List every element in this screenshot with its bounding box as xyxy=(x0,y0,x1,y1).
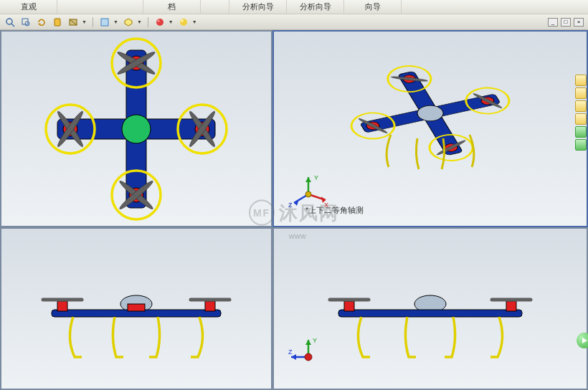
ribbon-item-4[interactable]: 分析向导 xyxy=(287,0,344,14)
ribbon-tabs: 直观 档 分析向导 分析向导 向导 xyxy=(0,0,588,14)
appearance-icon[interactable] xyxy=(154,16,166,28)
chevron-down-icon[interactable]: ▼ xyxy=(82,19,87,24)
svg-rect-65 xyxy=(344,301,354,311)
pan-icon[interactable] xyxy=(52,16,63,28)
viewport-top[interactable] xyxy=(0,30,272,227)
ribbon-item-1[interactable]: 档 xyxy=(143,0,201,14)
chevron-down-icon[interactable]: ▼ xyxy=(192,19,197,24)
svg-rect-60 xyxy=(128,304,145,311)
svg-point-0 xyxy=(6,19,12,24)
ribbon-item-2[interactable] xyxy=(201,0,229,14)
play-icon[interactable] xyxy=(577,333,588,348)
section-icon[interactable] xyxy=(67,16,79,28)
svg-point-11 xyxy=(181,19,184,22)
chevron-down-icon[interactable]: ▼ xyxy=(169,19,174,24)
svg-text:Y: Y xyxy=(314,174,318,181)
svg-marker-70 xyxy=(305,340,311,345)
svg-rect-58 xyxy=(57,301,67,311)
side-button[interactable] xyxy=(575,113,587,125)
svg-point-52 xyxy=(305,191,311,197)
svg-point-8 xyxy=(156,19,163,26)
drone-model-side xyxy=(323,281,538,374)
chevron-down-icon[interactable]: ▼ xyxy=(113,19,118,24)
axis-triad-icon: Y Z xyxy=(287,336,330,379)
scene-icon[interactable] xyxy=(178,16,189,28)
watermark-sub: www xyxy=(289,232,306,240)
viewport-area: Y X Z *上下二等角轴测 xyxy=(0,30,588,390)
svg-line-1 xyxy=(11,24,14,27)
svg-point-73 xyxy=(305,353,312,361)
close-button[interactable]: × xyxy=(574,18,584,27)
ribbon-item-3[interactable]: 分析向导 xyxy=(229,0,287,14)
zoom-fit-icon[interactable] xyxy=(4,16,16,28)
display-style-icon[interactable] xyxy=(99,16,110,28)
window-controls: _ □ × xyxy=(548,18,588,27)
svg-rect-7 xyxy=(101,19,108,26)
viewport-label: *上下二等角轴测 xyxy=(305,205,364,216)
side-button[interactable] xyxy=(575,100,587,112)
svg-marker-49 xyxy=(305,177,311,182)
svg-point-9 xyxy=(157,19,160,22)
side-toolbar xyxy=(575,75,588,151)
ribbon-spacer xyxy=(57,0,143,14)
svg-marker-51 xyxy=(294,199,299,206)
rotate-icon[interactable] xyxy=(36,16,47,28)
drone-model-front xyxy=(36,281,237,374)
ribbon-item-0[interactable]: 直观 xyxy=(0,0,57,14)
side-button[interactable] xyxy=(575,139,587,151)
view-toolbar: ▼ ▼ ▼ ▼ ▼ _ □ × xyxy=(0,14,588,30)
svg-marker-76 xyxy=(582,338,587,343)
svg-rect-66 xyxy=(506,301,516,311)
svg-point-14 xyxy=(122,115,151,143)
viewport-side[interactable]: Y Z xyxy=(272,227,588,390)
side-button[interactable] xyxy=(575,126,587,138)
side-button[interactable] xyxy=(575,75,587,86)
view-orientation-icon[interactable] xyxy=(123,16,134,28)
ribbon-item-5[interactable]: 向导 xyxy=(344,0,402,14)
svg-text:Z: Z xyxy=(288,348,293,356)
restore-button[interactable]: □ xyxy=(561,18,571,27)
svg-rect-59 xyxy=(205,301,215,311)
side-button[interactable] xyxy=(575,87,587,99)
minimize-button[interactable]: _ xyxy=(548,18,558,27)
svg-rect-4 xyxy=(54,19,60,26)
svg-point-3 xyxy=(25,22,29,26)
viewport-front[interactable] xyxy=(0,227,272,390)
zoom-window-icon[interactable] xyxy=(20,16,32,28)
viewport-isometric[interactable]: Y X Z *上下二等角轴测 xyxy=(272,30,588,227)
chevron-down-icon[interactable]: ▼ xyxy=(137,19,142,24)
separator xyxy=(93,17,93,27)
separator xyxy=(148,17,148,27)
svg-text:Z: Z xyxy=(288,201,293,209)
svg-point-10 xyxy=(180,19,187,26)
drone-model-iso xyxy=(323,42,538,185)
drone-model-top xyxy=(43,36,229,222)
svg-rect-64 xyxy=(338,310,522,317)
svg-text:Y: Y xyxy=(313,337,317,344)
